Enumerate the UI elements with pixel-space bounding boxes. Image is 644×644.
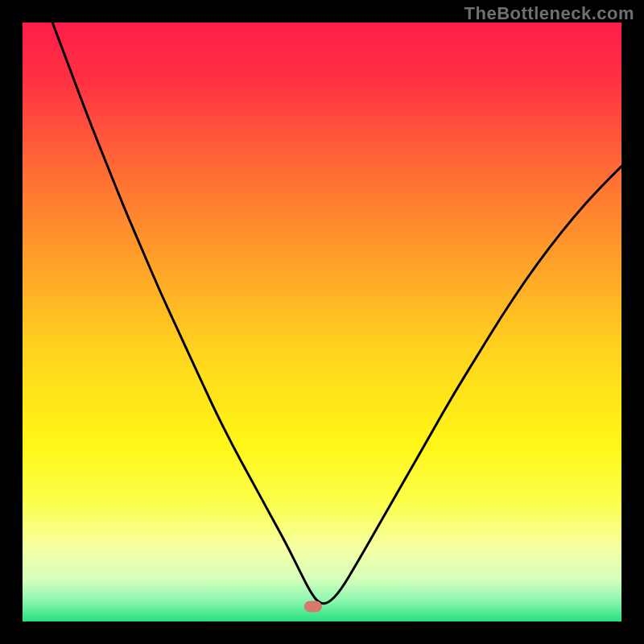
gradient-background — [23, 23, 621, 621]
chart-svg — [23, 23, 621, 621]
optimal-marker — [304, 601, 322, 612]
bottleneck-chart — [23, 23, 621, 621]
chart-frame: TheBottleneck.com — [0, 0, 644, 644]
watermark-text: TheBottleneck.com — [464, 3, 634, 24]
